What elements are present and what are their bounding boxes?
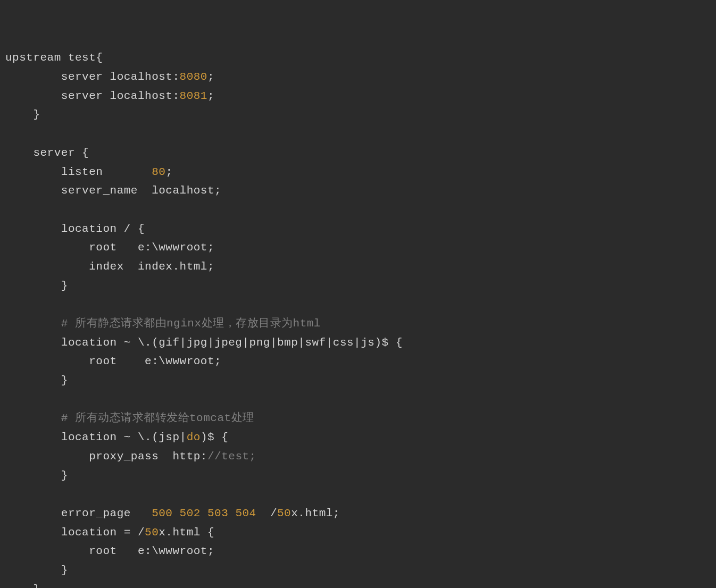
code-line: root e:\wwwroot; [5,355,221,367]
code-line: # 所有动态请求都转发给tomcat处理 [5,412,254,424]
code-line: } [5,374,68,387]
code-line: server { [5,147,89,159]
code-line: listen 80; [5,166,172,178]
code-line: root e:\wwwroot; [5,241,214,254]
code-line: location ~ \.(jsp|do)$ { [5,431,228,443]
code-line: server_name localhost; [5,184,221,197]
code-line: } [5,469,68,482]
code-line: error_page 500 502 503 504 /50x.html; [5,507,340,519]
code-line: } [5,583,40,588]
code-line: } [5,564,68,576]
code-line: location ~ \.(gif|jpg|jpeg|png|bmp|swf|c… [5,337,403,349]
code-block: upstream test{ server localhost:8080; se… [5,48,711,588]
code-line: } [5,108,40,121]
code-line: server localhost:8081; [5,90,214,102]
code-line: location = /50x.html { [5,526,214,539]
code-line: index index.html; [5,261,214,273]
code-line: location / { [5,223,145,235]
code-line: } [5,280,68,292]
code-line: server localhost:8080; [5,71,214,83]
code-line: proxy_pass http://test; [5,450,256,463]
code-line: upstream test{ [5,52,103,64]
code-line: # 所有静态请求都由nginx处理，存放目录为html [5,317,321,330]
code-line: root e:\wwwroot; [5,545,214,557]
